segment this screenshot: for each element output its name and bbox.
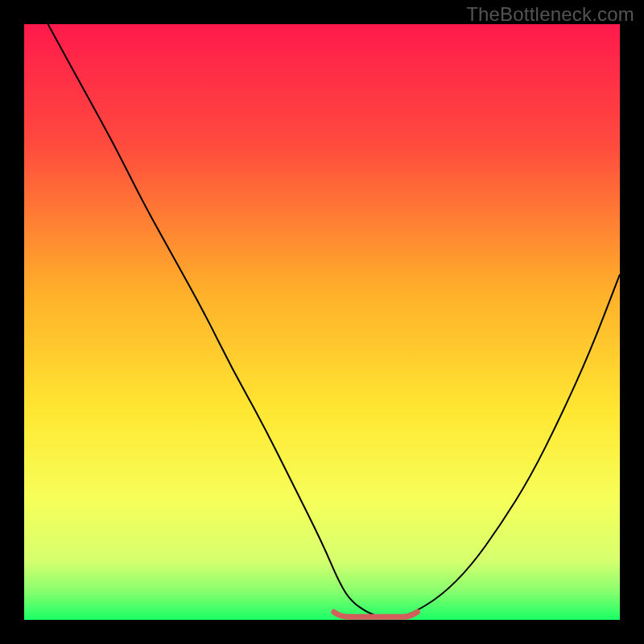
watermark-text: TheBottleneck.com — [466, 3, 634, 26]
gradient-background — [24, 24, 620, 620]
chart-svg — [24, 24, 620, 620]
plot-area — [24, 24, 620, 620]
chart-frame: TheBottleneck.com — [0, 0, 644, 644]
